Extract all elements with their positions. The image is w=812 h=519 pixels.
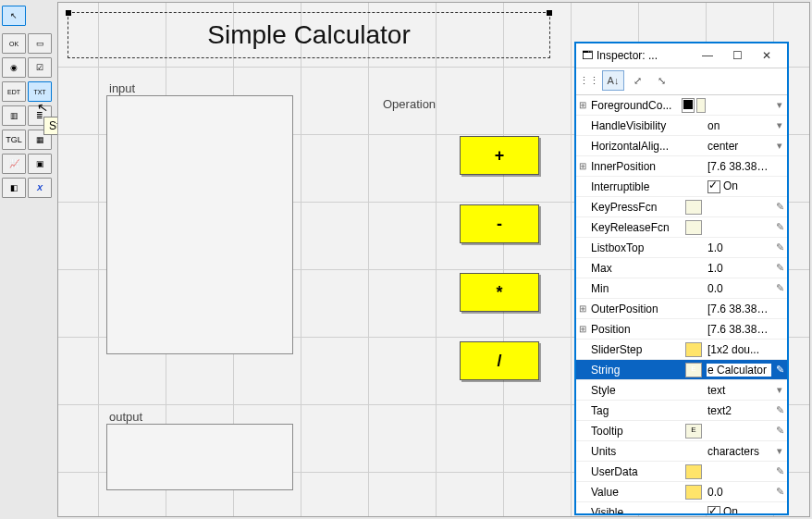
- property-editor-icon[interactable]: [682, 342, 706, 357]
- minimize-button[interactable]: —: [693, 46, 722, 65]
- expand-button[interactable]: ⤢: [626, 70, 648, 91]
- property-name: Min: [589, 282, 682, 295]
- alphabetize-button[interactable]: A↓: [602, 70, 624, 91]
- property-editor-icon[interactable]: E: [682, 424, 706, 439]
- property-value[interactable]: text: [706, 384, 772, 397]
- checkbox-tool[interactable]: ☑: [28, 57, 52, 78]
- property-row[interactable]: Styletext▾: [576, 380, 787, 401]
- axes-tool[interactable]: 📈: [2, 154, 26, 174]
- property-value[interactable]: characters: [706, 445, 772, 458]
- categorize-button[interactable]: ⋮⋮: [578, 70, 600, 91]
- edit-icon[interactable]: ✎: [772, 404, 787, 416]
- expand-toggle[interactable]: ⊞: [576, 303, 589, 314]
- close-button[interactable]: ✕: [752, 46, 781, 65]
- property-value[interactable]: e Calculator: [706, 363, 772, 377]
- plus-button[interactable]: +: [460, 136, 539, 175]
- edit-icon[interactable]: ✎: [772, 486, 787, 498]
- edit-icon[interactable]: ✎: [772, 282, 787, 294]
- collapse-button[interactable]: ⤡: [650, 70, 672, 91]
- checkbox-icon[interactable]: [707, 506, 720, 513]
- radio-tool[interactable]: ◉: [2, 57, 26, 78]
- checkbox-icon[interactable]: [707, 180, 720, 193]
- edit-tool[interactable]: EDT: [2, 81, 26, 102]
- property-row[interactable]: StringEe Calculator✎: [576, 360, 787, 380]
- property-value[interactable]: 1.0: [706, 241, 772, 254]
- dropdown-icon[interactable]: ▾: [772, 384, 787, 396]
- edit-icon[interactable]: ✎: [772, 241, 787, 253]
- property-row[interactable]: ⊞Position[7.6 38.385 1...: [576, 319, 787, 340]
- property-editor-icon[interactable]: [682, 220, 706, 235]
- edit-icon[interactable]: ✎: [772, 465, 787, 477]
- multiply-button[interactable]: *: [460, 273, 539, 312]
- property-row[interactable]: VisibleOn: [576, 502, 787, 513]
- property-row[interactable]: KeyReleaseFcn✎: [576, 217, 787, 238]
- property-value[interactable]: [7.6 38.385 1...: [706, 303, 772, 315]
- property-row[interactable]: HorizontalAlig...center▾: [576, 136, 787, 156]
- title-static-text[interactable]: Simple Calculator: [68, 12, 550, 58]
- edit-icon[interactable]: ✎: [772, 262, 787, 274]
- property-list[interactable]: ⊞ForegroundCo...▾HandleVisibilityon▾Hori…: [576, 95, 787, 513]
- property-value[interactable]: 1.0: [706, 262, 772, 275]
- expand-toggle[interactable]: ⊞: [576, 100, 589, 110]
- maximize-button[interactable]: ☐: [722, 46, 752, 65]
- property-row[interactable]: ⊞ForegroundCo...▾: [576, 95, 787, 116]
- pushbutton-tool[interactable]: OK: [2, 33, 26, 54]
- input-panel[interactable]: [106, 95, 293, 354]
- output-panel[interactable]: [106, 424, 293, 490]
- property-row[interactable]: Min0.0✎: [576, 278, 787, 299]
- dropdown-icon[interactable]: ▾: [772, 99, 787, 111]
- divide-button[interactable]: /: [460, 341, 539, 380]
- property-row[interactable]: KeyPressFcn✎: [576, 197, 787, 217]
- dropdown-icon[interactable]: ▾: [772, 140, 787, 152]
- property-row[interactable]: Tagtext2✎: [576, 401, 787, 421]
- property-row[interactable]: HandleVisibilityon▾: [576, 116, 787, 136]
- toggle-tool[interactable]: TGL: [2, 130, 26, 150]
- property-value[interactable]: On: [706, 179, 772, 193]
- pointer-tool[interactable]: ↖: [2, 6, 26, 26]
- inspector-titlebar[interactable]: 🗔 Inspector: ... — ☐ ✕: [576, 43, 787, 68]
- property-value[interactable]: [1x2 dou...: [706, 343, 772, 356]
- property-value[interactable]: [7.6 38.385 1...: [706, 323, 772, 336]
- property-editor-icon[interactable]: [682, 464, 706, 479]
- property-value[interactable]: center: [706, 140, 772, 153]
- minus-button[interactable]: -: [460, 204, 539, 243]
- property-editor-icon[interactable]: E: [682, 363, 706, 377]
- property-row[interactable]: TooltipE✎: [576, 421, 787, 441]
- slider-tool[interactable]: ▭: [28, 33, 52, 54]
- property-editor-icon[interactable]: [682, 485, 706, 500]
- property-value[interactable]: 0.0: [706, 282, 772, 295]
- property-value[interactable]: [7.6 38.385 1...: [706, 160, 772, 173]
- property-row[interactable]: InterruptibleOn: [576, 177, 787, 197]
- property-value[interactable]: text2: [706, 404, 772, 417]
- property-row[interactable]: Max1.0✎: [576, 258, 787, 278]
- property-row[interactable]: SliderStep[1x2 dou...: [576, 340, 787, 360]
- dropdown-icon[interactable]: ▾: [772, 445, 787, 457]
- popup-tool[interactable]: ▥: [2, 105, 26, 126]
- property-value[interactable]: On: [706, 505, 772, 513]
- property-row[interactable]: UserData✎: [576, 462, 787, 482]
- mouse-cursor-icon: ↖: [36, 99, 50, 116]
- property-value[interactable]: on: [706, 119, 772, 132]
- property-row[interactable]: ⊞OuterPosition[7.6 38.385 1...: [576, 299, 787, 319]
- property-row[interactable]: ⊞InnerPosition[7.6 38.385 1...: [576, 156, 787, 177]
- property-editor-icon[interactable]: [682, 98, 706, 113]
- property-row[interactable]: Unitscharacters▾: [576, 441, 787, 462]
- static-text-tool[interactable]: TXT: [28, 81, 52, 102]
- edit-icon[interactable]: ✎: [772, 364, 787, 376]
- panel-tool[interactable]: ▣: [28, 154, 52, 174]
- edit-icon[interactable]: ✎: [772, 201, 787, 213]
- edit-icon[interactable]: ✎: [772, 425, 787, 437]
- button-group-tool[interactable]: ◧: [2, 178, 26, 198]
- property-value[interactable]: 0.0: [706, 486, 772, 499]
- property-row[interactable]: ListboxTop1.0✎: [576, 238, 787, 258]
- inspector-window[interactable]: 🗔 Inspector: ... — ☐ ✕ ⋮⋮ A↓ ⤢ ⤡ ⊞Foregr…: [575, 43, 788, 514]
- property-name: Units: [589, 445, 682, 458]
- property-name: ForegroundCo...: [589, 99, 682, 112]
- dropdown-icon[interactable]: ▾: [772, 119, 787, 131]
- edit-icon[interactable]: ✎: [772, 221, 787, 233]
- expand-toggle[interactable]: ⊞: [576, 324, 589, 334]
- property-row[interactable]: Value0.0✎: [576, 482, 787, 502]
- property-editor-icon[interactable]: [682, 200, 706, 215]
- expand-toggle[interactable]: ⊞: [576, 161, 589, 171]
- activex-tool[interactable]: X: [28, 178, 52, 198]
